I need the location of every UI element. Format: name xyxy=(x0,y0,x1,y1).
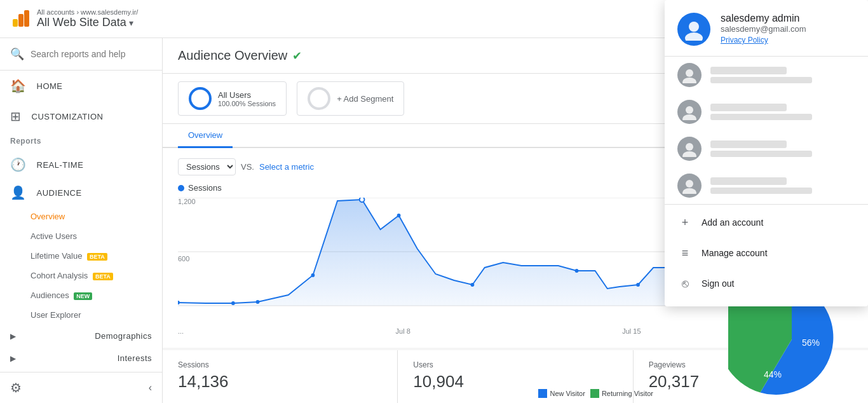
svg-point-27 xyxy=(682,188,696,194)
primary-user-email: salesdemy@gmail.com xyxy=(721,24,855,34)
other-account-avatar-3 xyxy=(677,137,702,161)
avatar-icon xyxy=(682,18,705,41)
svg-point-19 xyxy=(685,32,703,41)
dropdown-actions: + Add an account ≡ Manage account ⎋ Sign… xyxy=(665,205,868,301)
other-account-avatar-4 xyxy=(677,174,702,198)
svg-point-21 xyxy=(682,78,696,83)
other-account-email-1 xyxy=(710,77,812,83)
other-account-1[interactable] xyxy=(665,57,868,93)
other-account-email-2 xyxy=(710,114,812,120)
svg-point-22 xyxy=(686,106,693,114)
sign-out-icon: ⎋ xyxy=(677,276,693,291)
other-account-name-4 xyxy=(710,177,787,185)
other-account-email-3 xyxy=(710,151,812,157)
svg-point-23 xyxy=(682,114,696,120)
svg-point-18 xyxy=(689,22,699,32)
other-account-name-3 xyxy=(710,140,787,148)
add-account-icon: + xyxy=(677,215,693,230)
manage-account-icon: ≡ xyxy=(677,245,693,261)
svg-point-26 xyxy=(686,180,693,188)
svg-point-25 xyxy=(682,151,696,157)
other-account-name-1 xyxy=(710,67,787,74)
other-account-3[interactable] xyxy=(665,130,868,167)
privacy-policy-link[interactable]: Privacy Policy xyxy=(721,36,768,44)
primary-user-section: salesdemy admin salesdemy@gmail.com Priv… xyxy=(665,0,868,57)
other-account-name-2 xyxy=(710,104,787,111)
svg-point-20 xyxy=(686,69,693,77)
other-accounts-section xyxy=(665,57,868,205)
account-dropdown: salesdemy admin salesdemy@gmail.com Priv… xyxy=(665,0,868,306)
svg-point-24 xyxy=(686,143,693,151)
other-account-4[interactable] xyxy=(665,167,868,204)
primary-user-avatar xyxy=(677,13,710,46)
add-account-action[interactable]: + Add an account xyxy=(665,207,868,238)
other-account-avatar-1 xyxy=(677,63,702,87)
other-account-email-4 xyxy=(710,188,812,194)
sign-out-action[interactable]: ⎋ Sign out xyxy=(665,268,868,299)
other-account-2[interactable] xyxy=(665,93,868,130)
primary-user-name: salesdemy admin xyxy=(721,13,855,24)
other-account-avatar-2 xyxy=(677,100,702,124)
manage-account-action[interactable]: ≡ Manage account xyxy=(665,238,868,268)
